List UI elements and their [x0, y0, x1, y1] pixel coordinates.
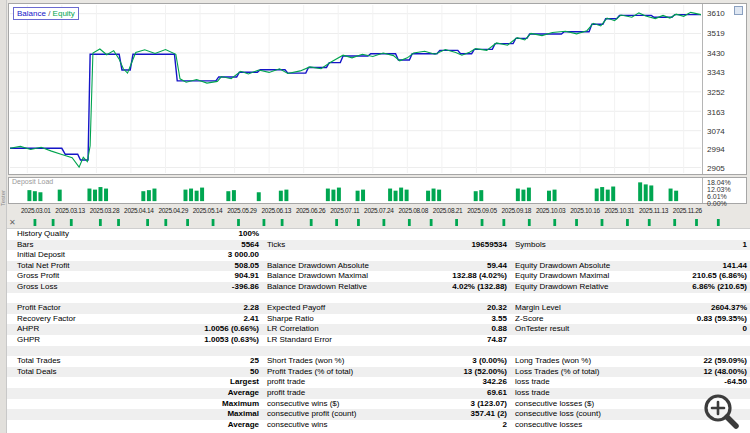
stat-label: profit trade: [261, 377, 423, 388]
table-row[interactable]: Gross Profit904.91Balance Drawdown Maxim…: [7, 271, 750, 282]
table-row[interactable]: Total Trades25Short Trades (won %)3 (0.0…: [7, 356, 750, 367]
stat-value: [423, 250, 509, 261]
trade-tick: [99, 219, 102, 226]
chart-plot-area[interactable]: [10, 5, 701, 173]
deposit-bar: [257, 192, 261, 201]
stat-label: Gross Loss: [15, 282, 189, 293]
stat-label: [15, 293, 189, 304]
date-label: 2025.09.18: [502, 207, 532, 214]
deposit-load-chart[interactable]: Deposit Load 18.04%12.03%6.01%0.00%: [8, 177, 747, 204]
table-row[interactable]: [7, 293, 750, 304]
close-icon[interactable]: ✕: [9, 217, 16, 228]
y-axis-label: 2905: [707, 164, 725, 173]
table-row[interactable]: Total Net Profit508.05Balance Drawdown A…: [7, 261, 750, 272]
trade-tick: [717, 219, 720, 226]
trade-tick: [673, 219, 676, 226]
stat-value: 2.41: [189, 314, 261, 325]
stat-value: 508.05: [189, 261, 261, 272]
date-label: 2025.10.31: [605, 207, 635, 214]
date-label: 2025.08.21: [433, 207, 463, 214]
trade-tick: [575, 219, 578, 226]
table-row[interactable]: Profit Factor2.28Expected Payoff20.32Mar…: [7, 303, 750, 314]
deposit-bar: [521, 190, 525, 202]
table-row[interactable]: Gross Loss-396.86Balance Drawdown Relati…: [7, 282, 750, 293]
table-row[interactable]: History Quality100%: [7, 229, 750, 240]
table-row[interactable]: [7, 346, 750, 357]
stat-value: -64.50: [673, 377, 749, 388]
stat-label: Balance Drawdown Absolute: [261, 261, 423, 272]
y-axis-label: 3610: [707, 8, 725, 17]
deposit-bar: [432, 189, 436, 202]
date-label: 2025.03.28: [90, 207, 120, 214]
table-row[interactable]: Bars5564Ticks19659534Symbols1: [7, 240, 750, 251]
stat-value: 74.87: [423, 335, 509, 346]
stat-label: Expected Payoff: [261, 303, 423, 314]
stat-label: loss trade: [509, 377, 673, 388]
table-row[interactable]: Initial Deposit3 000.00: [7, 250, 750, 261]
deposit-load-svg: [10, 179, 701, 202]
legend-separator: /: [46, 9, 53, 18]
stat-label: [509, 293, 673, 304]
stat-value: 342.26: [423, 377, 509, 388]
stat-label: AHPR: [15, 324, 189, 335]
y-axis-label: 3519: [707, 28, 725, 37]
stat-value: 904.91: [189, 271, 261, 282]
trade-tick: [455, 219, 458, 226]
balance-equity-chart[interactable]: Balance / Equity 36103519343033433252316…: [8, 3, 747, 175]
trade-ticks-plot: [19, 217, 746, 228]
trade-tick: [383, 219, 386, 226]
deposit-bar: [669, 189, 673, 202]
deposit-scale-label: 12.03%: [707, 186, 731, 193]
deposit-bar: [474, 191, 478, 201]
table-row[interactable]: Recovery Factor2.41Sharpe Ratio3.55Z-Sco…: [7, 314, 750, 325]
date-label: 2025.07.11: [330, 207, 359, 214]
stat-value: Average: [189, 388, 261, 399]
stat-label: LR Standard Error: [261, 335, 423, 346]
table-row[interactable]: Total Deals50Profit Trades (% of total)1…: [7, 367, 750, 378]
stat-value: 132.88 (4.02%): [423, 271, 509, 282]
stat-value: Largest: [189, 377, 261, 388]
deposit-bar: [399, 188, 403, 202]
stat-value: 19659534: [423, 240, 509, 251]
stat-value: 1: [673, 240, 749, 251]
deposit-bar: [38, 192, 42, 201]
table-row[interactable]: Averageprofit trade69.61loss trade: [7, 388, 750, 399]
zoom-in-icon[interactable]: [702, 393, 742, 431]
y-axis-label: 3343: [707, 67, 725, 76]
table-row[interactable]: AHPR1.0056 (0.66%)LR Correlation0.88OnTe…: [7, 324, 750, 335]
deposit-bar: [356, 191, 360, 201]
stat-label: consecutive losses: [509, 420, 673, 431]
trade-tick: [52, 219, 55, 226]
stat-label: Ticks: [261, 240, 423, 251]
stat-value: 210.65 (6.86%): [673, 271, 749, 282]
table-row[interactable]: Largestprofit trade342.26loss trade-64.5…: [7, 377, 750, 388]
table-row[interactable]: Maximalconsecutive profit (count)357.41 …: [7, 409, 750, 420]
trade-tick: [34, 219, 37, 226]
stat-value: 2.28: [189, 303, 261, 314]
stat-value: 2: [423, 420, 509, 431]
deposit-bar: [479, 190, 483, 201]
deposit-bar: [611, 187, 615, 202]
stat-label: consecutive wins ($): [261, 399, 423, 410]
deposit-bar: [361, 190, 365, 202]
table-row[interactable]: Maximumconsecutive wins ($)3 (123.07)con…: [7, 399, 750, 410]
tester-side-tab-label[interactable]: Tester: [0, 190, 6, 206]
stat-label: consecutive wins: [261, 420, 423, 431]
date-label: 2025.03.01: [21, 207, 51, 214]
deposit-bar: [279, 191, 283, 201]
stat-label: [15, 377, 189, 388]
stat-label: Equity Drawdown Relative: [509, 282, 673, 293]
stat-label: Equity Drawdown Maximal: [509, 271, 673, 282]
trade-tick: [502, 219, 505, 226]
trade-tick: [237, 219, 240, 226]
stat-value: 20.32: [423, 303, 509, 314]
stat-value: 25: [189, 356, 261, 367]
table-row[interactable]: Averageconsecutive wins2consecutive loss…: [7, 420, 750, 431]
table-row[interactable]: GHPR1.0053 (0.63%)LR Standard Error74.87: [7, 335, 750, 346]
deposit-bar: [437, 190, 441, 202]
date-label: 2025.06.13: [262, 207, 292, 214]
date-label: 2025.11.13: [639, 207, 668, 214]
stat-value: [673, 229, 749, 240]
trade-tick: [553, 219, 556, 226]
chart-window-button[interactable]: [734, 6, 743, 15]
